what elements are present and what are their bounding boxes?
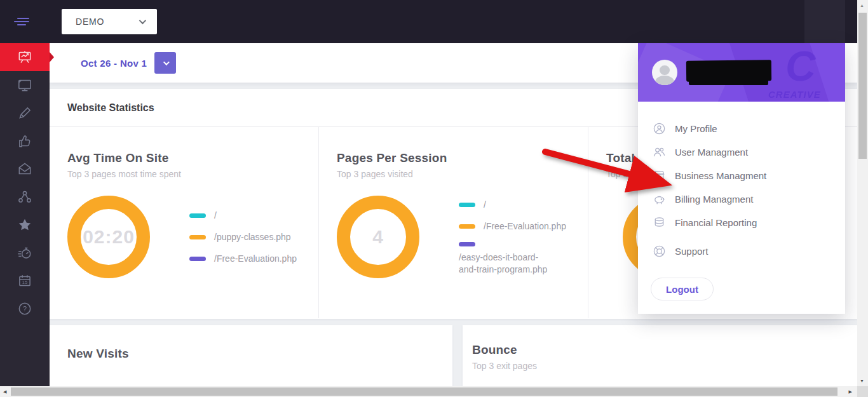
sidebar-item-speed[interactable]: [0, 239, 50, 267]
horizontal-scrollbar[interactable]: ◀ ▶: [0, 386, 857, 397]
calendar-day-label: 15: [22, 279, 27, 285]
sidebar-item-email[interactable]: [0, 155, 50, 183]
sidebar-item-analytics[interactable]: [0, 43, 50, 71]
menu-item-my-profile[interactable]: My Profile: [638, 119, 845, 138]
scroll-up-icon[interactable]: ▲: [860, 3, 864, 8]
user-dropdown-menu: C CREATIVE My Profile: [638, 43, 845, 314]
menu-item-support[interactable]: Support: [638, 241, 845, 260]
legend-swatch: [459, 242, 475, 246]
chart-legend: / /Free-Evaluation.php /easy-does-it-boa…: [459, 199, 572, 276]
donut-chart-pages-per-session: 4: [337, 196, 419, 278]
legend-swatch: [189, 235, 206, 239]
donut-center-value: 4: [372, 226, 384, 248]
scroll-left-icon[interactable]: ◀: [3, 389, 6, 394]
legend-label: /Free-Evaluation.php: [214, 253, 297, 265]
user-menu-list: My Profile User Managment Business Manag…: [638, 102, 845, 300]
horizontal-scrollbar-thumb[interactable]: [11, 387, 837, 396]
user-avatar: [652, 60, 677, 85]
hamburger-menu-icon[interactable]: [14, 18, 31, 27]
star-icon: [17, 217, 33, 233]
date-range-dropdown-button[interactable]: [154, 52, 176, 74]
legend-swatch: [189, 213, 206, 218]
chevron-down-icon: [163, 59, 170, 65]
icon-sidebar: 15 ?: [0, 43, 50, 386]
svg-text:?: ?: [23, 305, 27, 313]
email-open-icon: [17, 161, 33, 177]
watermark-letter: C: [785, 43, 816, 90]
stat-card-subtitle: Top 3 exit pages: [472, 361, 857, 371]
scroll-right-icon[interactable]: ▶: [849, 389, 852, 394]
stat-card-subtitle: Top 3 pages most time spent: [67, 169, 303, 179]
bounce-card: Bounce Top 3 exit pages: [463, 325, 857, 386]
dashboard-page: DEMO: [0, 0, 868, 397]
menu-item-label: Billing Managment: [675, 194, 753, 205]
sidebar-item-help[interactable]: ?: [0, 295, 50, 323]
watermark-word: CREATIVE: [768, 89, 821, 100]
thumbs-up-icon: [17, 133, 33, 149]
donut-center-value: 02:20: [83, 226, 135, 248]
help-icon: ?: [17, 300, 33, 317]
stat-card-title: Avg Time On Site: [67, 151, 303, 165]
analytics-chart-icon: [17, 49, 33, 65]
section-title: Website Statistics: [67, 102, 154, 114]
users-icon: [652, 145, 667, 159]
sidebar-item-favorites[interactable]: [0, 211, 50, 239]
legend-item: /puppy-classes.php: [189, 231, 302, 243]
storefront-icon: [652, 168, 667, 183]
new-visits-card: New Visits: [50, 325, 452, 386]
menu-item-label: Support: [675, 246, 709, 257]
chevron-down-icon: [139, 17, 146, 24]
piggy-bank-icon: [652, 192, 667, 206]
menu-item-business-managment[interactable]: Business Managment: [638, 166, 845, 185]
legend-label: /: [484, 199, 486, 211]
scrollbar-corner: [857, 386, 868, 397]
legend-swatch: [459, 203, 475, 207]
sidebar-item-website[interactable]: [0, 71, 50, 99]
legend-item: /easy-does-it-board-and-train-program.ph…: [459, 242, 572, 276]
sidebar-item-content[interactable]: [0, 99, 50, 127]
share-network-icon: [17, 189, 33, 205]
sidebar-item-share[interactable]: [0, 183, 50, 211]
menu-item-label: User Managment: [675, 147, 748, 158]
menu-item-label: My Profile: [675, 123, 717, 134]
vertical-scrollbar-thumb[interactable]: [858, 13, 867, 159]
lifebuoy-icon: [652, 244, 667, 259]
stat-card-title: Pages Per Session: [337, 151, 573, 165]
donut-chart-avg-time: 02:20: [67, 196, 150, 278]
legend-label: /easy-does-it-board-and-train-program.ph…: [459, 252, 554, 276]
legend-item: /: [189, 210, 302, 222]
stat-card-pages-per-session: Pages Per Session Top 3 pages visited 4 …: [318, 127, 588, 318]
stopwatch-icon: [17, 245, 33, 261]
sidebar-item-reviews[interactable]: [0, 127, 50, 155]
legend-item: /Free-Evaluation.php: [459, 220, 572, 232]
sidebar-item-calendar[interactable]: 15: [0, 267, 50, 295]
stat-card-subtitle: Top 3 pages visited: [337, 169, 573, 179]
card-gap: [452, 325, 463, 386]
legend-item: /: [459, 199, 572, 211]
legend-swatch: [459, 224, 475, 229]
avatar-person-icon: [660, 65, 669, 75]
menu-item-financial-reporting[interactable]: Financial Reporting: [638, 213, 845, 232]
menu-item-label: Business Managment: [675, 170, 766, 181]
bottom-cards-row: New Visits Bounce Top 3 exit pages: [50, 325, 857, 386]
legend-item: /Free-Evaluation.php: [189, 253, 302, 265]
legend-label: /Free-Evaluation.php: [484, 220, 566, 232]
stat-card-title: Bounce: [472, 343, 857, 357]
vertical-scrollbar[interactable]: ▲ ▼: [857, 0, 868, 386]
menu-item-user-managment[interactable]: User Managment: [638, 142, 845, 161]
monitor-icon: [17, 77, 33, 93]
user-avatar-tile[interactable]: [804, 0, 845, 43]
pencil-icon: [17, 105, 33, 121]
legend-label: /: [214, 210, 217, 222]
calendar-icon: 15: [17, 273, 33, 289]
legend-label: /puppy-classes.php: [214, 231, 291, 243]
scroll-down-icon[interactable]: ▼: [860, 379, 864, 383]
logout-button[interactable]: Logout: [651, 278, 714, 300]
coins-icon: [652, 215, 667, 230]
menu-item-label: Financial Reporting: [675, 217, 757, 228]
stat-card-avg-time: Avg Time On Site Top 3 pages most time s…: [50, 127, 318, 318]
user-menu-header: C CREATIVE: [638, 43, 845, 102]
menu-item-billing-managment[interactable]: Billing Managment: [638, 189, 845, 208]
workspace-selector[interactable]: DEMO: [62, 9, 157, 34]
chart-legend: / /puppy-classes.php /Free-Evaluation.ph…: [189, 210, 302, 265]
